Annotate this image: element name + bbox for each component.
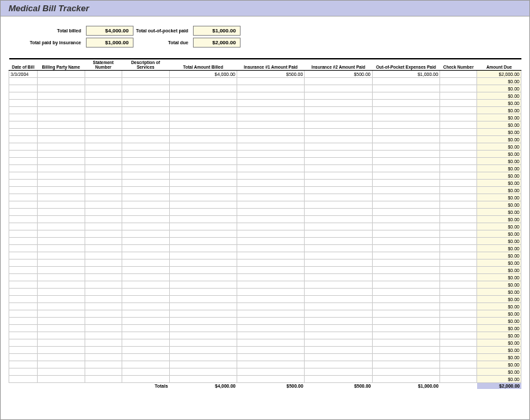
cell-due[interactable]: $0.00: [477, 230, 521, 238]
cell-billed[interactable]: [169, 122, 237, 129]
cell-party[interactable]: [37, 172, 85, 180]
cell-ins1[interactable]: [237, 260, 304, 267]
table-row[interactable]: $0.00: [9, 339, 521, 347]
cell-billed[interactable]: [169, 78, 237, 85]
cell-ins2[interactable]: [305, 376, 372, 383]
cell-ins2[interactable]: [305, 339, 372, 347]
cell-stmt[interactable]: [85, 151, 122, 158]
cell-oop[interactable]: [372, 267, 439, 274]
cell-check[interactable]: [440, 376, 477, 383]
table-row[interactable]: $0.00: [9, 303, 521, 310]
cell-stmt[interactable]: [85, 180, 122, 187]
cell-party[interactable]: [37, 296, 85, 303]
cell-stmt[interactable]: [85, 347, 122, 354]
cell-due[interactable]: $0.00: [477, 252, 521, 260]
cell-due[interactable]: $0.00: [477, 318, 521, 325]
cell-party[interactable]: [37, 100, 85, 107]
cell-desc[interactable]: [122, 129, 169, 136]
cell-stmt[interactable]: [85, 92, 122, 100]
cell-check[interactable]: [440, 107, 477, 114]
cell-ins1[interactable]: [237, 85, 304, 92]
cell-oop[interactable]: [372, 151, 439, 158]
cell-due[interactable]: $0.00: [477, 296, 521, 303]
cell-party[interactable]: [37, 325, 85, 332]
cell-oop[interactable]: [372, 85, 439, 92]
cell-party[interactable]: [37, 303, 85, 310]
cell-ins1[interactable]: [237, 78, 304, 85]
cell-check[interactable]: [440, 165, 477, 172]
cell-stmt[interactable]: [85, 332, 122, 339]
table-row[interactable]: $0.00: [9, 332, 521, 339]
cell-oop[interactable]: [372, 281, 439, 289]
cell-desc[interactable]: [122, 158, 169, 165]
cell-stmt[interactable]: [85, 289, 122, 296]
cell-check[interactable]: [440, 354, 477, 361]
cell-desc[interactable]: [122, 260, 169, 267]
cell-check[interactable]: [440, 347, 477, 354]
cell-oop[interactable]: [372, 296, 439, 303]
cell-date[interactable]: [9, 267, 38, 274]
cell-check[interactable]: [440, 143, 477, 151]
cell-billed[interactable]: [169, 92, 237, 100]
cell-check[interactable]: [440, 136, 477, 143]
cell-billed[interactable]: [169, 267, 237, 274]
table-row[interactable]: $0.00: [9, 158, 521, 165]
cell-oop[interactable]: [372, 252, 439, 260]
cell-desc[interactable]: [122, 165, 169, 172]
cell-date[interactable]: [9, 165, 38, 172]
cell-ins2[interactable]: $500.00: [305, 71, 372, 78]
cell-ins1[interactable]: [237, 194, 304, 201]
cell-ins2[interactable]: [305, 107, 372, 114]
cell-desc[interactable]: [122, 71, 169, 78]
cell-check[interactable]: [440, 85, 477, 92]
cell-billed[interactable]: [169, 354, 237, 361]
cell-stmt[interactable]: [85, 78, 122, 85]
cell-check[interactable]: [440, 339, 477, 347]
cell-ins1[interactable]: $500.00: [237, 71, 304, 78]
cell-stmt[interactable]: [85, 107, 122, 114]
cell-date[interactable]: [9, 361, 38, 368]
table-row[interactable]: $0.00: [9, 347, 521, 354]
cell-date[interactable]: [9, 347, 38, 354]
cell-ins2[interactable]: [305, 332, 372, 339]
cell-ins2[interactable]: [305, 289, 372, 296]
table-row[interactable]: $0.00: [9, 92, 521, 100]
cell-oop[interactable]: [372, 223, 439, 230]
cell-party[interactable]: [37, 289, 85, 296]
cell-date[interactable]: [9, 274, 38, 281]
cell-date[interactable]: [9, 339, 38, 347]
cell-check[interactable]: [440, 209, 477, 216]
cell-due[interactable]: $0.00: [477, 303, 521, 310]
cell-desc[interactable]: [122, 310, 169, 318]
cell-ins2[interactable]: [305, 296, 372, 303]
cell-due[interactable]: $0.00: [477, 129, 521, 136]
cell-ins1[interactable]: [237, 158, 304, 165]
cell-desc[interactable]: [122, 252, 169, 260]
cell-desc[interactable]: [122, 78, 169, 85]
cell-due[interactable]: $0.00: [477, 368, 521, 376]
cell-ins1[interactable]: [237, 151, 304, 158]
cell-oop[interactable]: [372, 376, 439, 383]
cell-date[interactable]: [9, 100, 38, 107]
cell-ins1[interactable]: [237, 100, 304, 107]
cell-ins2[interactable]: [305, 230, 372, 238]
cell-party[interactable]: [37, 281, 85, 289]
cell-check[interactable]: [440, 122, 477, 129]
cell-ins2[interactable]: [305, 158, 372, 165]
cell-due[interactable]: $0.00: [477, 216, 521, 223]
cell-oop[interactable]: [372, 238, 439, 245]
cell-party[interactable]: [37, 310, 85, 318]
cell-billed[interactable]: [169, 216, 237, 223]
cell-ins1[interactable]: [237, 252, 304, 260]
cell-billed[interactable]: [169, 296, 237, 303]
cell-party[interactable]: [37, 318, 85, 325]
cell-party[interactable]: [37, 151, 85, 158]
cell-desc[interactable]: [122, 151, 169, 158]
cell-ins1[interactable]: [237, 296, 304, 303]
cell-ins2[interactable]: [305, 78, 372, 85]
cell-due[interactable]: $0.00: [477, 122, 521, 129]
cell-check[interactable]: [440, 223, 477, 230]
table-row[interactable]: $0.00: [9, 201, 521, 209]
cell-oop[interactable]: [372, 172, 439, 180]
cell-oop[interactable]: [372, 187, 439, 194]
